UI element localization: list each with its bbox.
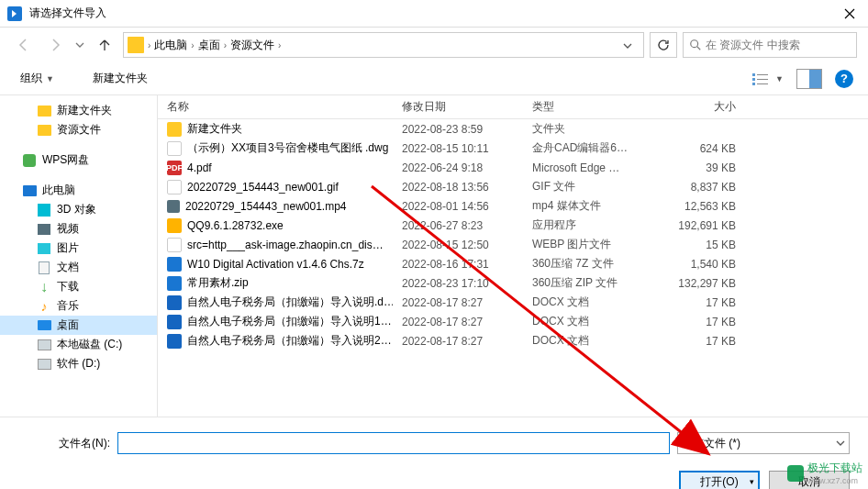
sidebar-item[interactable]: 新建文件夹 bbox=[0, 101, 157, 120]
refresh-button[interactable] bbox=[650, 32, 677, 58]
sidebar-item[interactable]: ↓下载 bbox=[0, 277, 157, 296]
file-row[interactable]: PDF4.pdf 2022-06-24 9:18 Microsoft Edge … bbox=[158, 158, 868, 177]
sidebar-item-label: 此电脑 bbox=[42, 183, 75, 198]
docx-icon bbox=[167, 315, 182, 329]
file-row[interactable]: 20220729_154443_new001.mp4 2022-08-01 14… bbox=[158, 196, 868, 216]
file-size: 15 KB bbox=[653, 239, 745, 251]
file-size: 1,540 KB bbox=[653, 258, 745, 271]
sidebar-item-label: 图片 bbox=[57, 240, 79, 256]
chevron-down-icon: ▾ bbox=[750, 477, 754, 486]
chevron-down-icon bbox=[836, 440, 845, 446]
history-dropdown[interactable] bbox=[73, 42, 86, 48]
file-date: 2022-08-23 8:59 bbox=[393, 123, 523, 136]
file-type: 360压缩 ZIP 文件 bbox=[523, 275, 653, 291]
file-name: QQ9.6.1.28732.exe bbox=[187, 219, 284, 232]
sidebar-item-label: 视频 bbox=[57, 221, 79, 237]
col-size[interactable]: 大小 bbox=[653, 99, 745, 115]
file-type: DOCX 文档 bbox=[523, 295, 653, 310]
file-name: 自然人电子税务局（扣缴端）导入说明.d… bbox=[187, 295, 393, 310]
file-date: 2022-08-17 8:27 bbox=[393, 335, 523, 348]
sidebar-item[interactable]: 文档 bbox=[0, 258, 157, 277]
file-size: 17 KB bbox=[653, 335, 745, 348]
main-area: 新建文件夹资源文件WPS网盘此电脑3D 对象视频图片文档↓下载♪音乐桌面本地磁盘… bbox=[0, 95, 868, 417]
filetype-filter[interactable]: 所有文件 (*) bbox=[677, 432, 850, 454]
breadcrumb-dropdown[interactable] bbox=[616, 39, 640, 51]
file-type: WEBP 图片文件 bbox=[523, 237, 653, 252]
sidebar-item[interactable]: WPS网盘 bbox=[0, 150, 157, 170]
file-type: DOCX 文档 bbox=[523, 333, 653, 349]
sidebar-item[interactable]: 桌面 bbox=[0, 316, 157, 335]
sidebar-item[interactable]: 视频 bbox=[0, 219, 157, 239]
file-date: 2022-08-23 17:10 bbox=[393, 277, 523, 290]
file-row[interactable]: 自然人电子税务局（扣缴端）导入说明1… 2022-08-17 8:27 DOCX… bbox=[158, 312, 868, 331]
gif-icon bbox=[167, 180, 182, 194]
app-icon bbox=[7, 6, 22, 21]
file-row[interactable]: QQ9.6.1.28732.exe 2022-06-27 8:23 应用程序 1… bbox=[158, 216, 868, 235]
sidebar-item-label: 3D 对象 bbox=[57, 202, 96, 217]
down-icon: ↓ bbox=[37, 280, 51, 295]
disk-icon bbox=[37, 338, 51, 352]
col-date[interactable]: 修改日期 bbox=[393, 99, 523, 115]
sidebar-item-label: 下载 bbox=[57, 279, 79, 295]
3d-icon bbox=[37, 203, 51, 217]
view-options[interactable]: ▼ bbox=[748, 68, 787, 90]
breadcrumb-part[interactable]: 此电脑 bbox=[150, 38, 191, 53]
mp4-icon bbox=[167, 200, 180, 213]
pic-icon bbox=[37, 241, 51, 256]
folder-icon bbox=[37, 123, 51, 138]
organize-menu[interactable]: 组织 ▼ bbox=[15, 67, 60, 90]
file-row[interactable]: W10 Digital Activation v1.4.6 Chs.7z 202… bbox=[158, 254, 868, 273]
file-row[interactable]: 20220729_154443_new001.gif 2022-08-18 13… bbox=[158, 177, 868, 196]
file-row[interactable]: 自然人电子税务局（扣缴端）导入说明.d… 2022-08-17 8:27 DOC… bbox=[158, 293, 868, 312]
sidebar-item[interactable]: ♪音乐 bbox=[0, 296, 157, 316]
file-row[interactable]: 自然人电子税务局（扣缴端）导入说明2… 2022-08-17 8:27 DOCX… bbox=[158, 331, 868, 350]
breadcrumb-part[interactable]: 资源文件 bbox=[227, 38, 278, 53]
green-icon bbox=[22, 153, 37, 168]
open-button[interactable]: 打开(O) ▾ bbox=[679, 471, 760, 489]
sidebar-item[interactable]: 资源文件 bbox=[0, 120, 157, 139]
sidebar-item[interactable]: 本地磁盘 (C:) bbox=[0, 335, 157, 354]
forward-button[interactable] bbox=[42, 32, 68, 58]
file-row[interactable]: 新建文件夹 2022-08-23 8:59 文件夹 bbox=[158, 119, 868, 139]
toolbar: 组织 ▼ 新建文件夹 ▼ ? bbox=[0, 62, 868, 95]
file-date: 2022-06-27 8:23 bbox=[393, 219, 523, 232]
list-view-icon bbox=[751, 72, 772, 86]
breadcrumb[interactable]: › 此电脑 › 桌面 › 资源文件 › bbox=[123, 32, 644, 58]
preview-pane-toggle[interactable] bbox=[796, 69, 822, 89]
svg-rect-6 bbox=[757, 83, 768, 84]
sidebar-item[interactable]: 软件 (D:) bbox=[0, 354, 157, 373]
file-list: 名称 修改日期 类型 大小 新建文件夹 2022-08-23 8:59 文件夹 … bbox=[158, 95, 868, 417]
file-name: （示例）XX项目3号宿舍楼电气图纸 .dwg bbox=[187, 140, 388, 156]
file-date: 2022-08-16 17:31 bbox=[393, 258, 523, 271]
desk-icon bbox=[37, 318, 51, 333]
sidebar-item[interactable]: 3D 对象 bbox=[0, 200, 157, 219]
col-name[interactable]: 名称 bbox=[158, 99, 393, 115]
back-button[interactable] bbox=[11, 32, 37, 58]
file-type: 文件夹 bbox=[523, 121, 653, 137]
svg-rect-5 bbox=[752, 83, 755, 85]
help-button[interactable]: ? bbox=[835, 70, 853, 88]
search-input[interactable]: 在 资源文件 中搜索 bbox=[683, 32, 857, 58]
newfolder-button[interactable]: 新建文件夹 bbox=[87, 67, 153, 90]
file-date: 2022-08-17 8:27 bbox=[393, 296, 523, 309]
file-size: 132,297 KB bbox=[653, 277, 745, 290]
filename-input[interactable] bbox=[117, 432, 670, 454]
file-row[interactable]: 常用素材.zip 2022-08-23 17:10 360压缩 ZIP 文件 1… bbox=[158, 273, 868, 293]
svg-rect-4 bbox=[757, 79, 768, 80]
up-button[interactable] bbox=[92, 32, 117, 58]
file-date: 2022-08-15 10:11 bbox=[393, 142, 523, 155]
file-name: 4.pdf bbox=[187, 161, 212, 174]
disk-icon bbox=[37, 357, 51, 372]
file-name: 20220729_154443_new001.gif bbox=[187, 181, 339, 194]
close-button[interactable] bbox=[831, 0, 868, 28]
file-size: 39 KB bbox=[653, 161, 745, 174]
zip-icon bbox=[167, 276, 182, 291]
monitor-icon bbox=[22, 183, 37, 198]
breadcrumb-part[interactable]: 桌面 bbox=[195, 38, 224, 53]
sidebar-item[interactable]: 此电脑 bbox=[0, 181, 157, 200]
sidebar-item[interactable]: 图片 bbox=[0, 239, 157, 258]
file-row[interactable]: src=http___ask-image.zhaopin.cn_dis… 202… bbox=[158, 235, 868, 254]
col-type[interactable]: 类型 bbox=[523, 99, 653, 115]
file-row[interactable]: （示例）XX项目3号宿舍楼电气图纸 .dwg 2022-08-15 10:11 … bbox=[158, 139, 868, 158]
svg-rect-3 bbox=[752, 78, 755, 81]
